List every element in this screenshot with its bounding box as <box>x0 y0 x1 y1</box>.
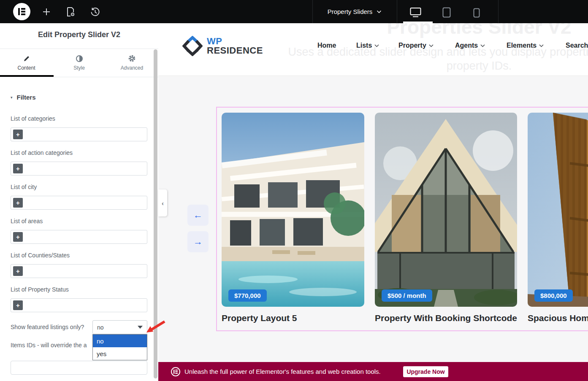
tablet-icon <box>442 7 451 18</box>
document-switcher[interactable]: Property Sliders <box>313 0 396 23</box>
nav-agents-label: Agents <box>455 42 478 49</box>
add-item-button[interactable]: + <box>13 300 23 310</box>
add-item-button[interactable]: + <box>13 232 23 242</box>
option-yes[interactable]: yes <box>93 347 147 360</box>
logo-text-residence: RESIDENCE <box>207 46 263 55</box>
panel-title: Edit Property Slider V2 <box>0 30 158 39</box>
property-title[interactable]: Property With Booking Shortcode <box>375 313 517 323</box>
property-card[interactable]: $800,000 Spacious Hom <box>528 113 588 323</box>
status-multiselect[interactable]: + <box>11 298 147 312</box>
areas-multiselect[interactable]: + <box>11 230 147 244</box>
device-mobile-button[interactable] <box>469 5 484 20</box>
featured-select[interactable]: no <box>92 320 147 334</box>
nav-lists-label: Lists <box>356 42 372 49</box>
property-photo-wood-tower: $800,000 <box>528 113 588 307</box>
history-button[interactable] <box>87 4 103 19</box>
elementor-logo-icon <box>18 8 25 15</box>
elementor-badge-icon <box>171 367 180 376</box>
slider-prev-button[interactable]: ← <box>187 205 209 226</box>
tab-style-label: Style <box>73 65 85 71</box>
property-card[interactable]: $500 / month Property With Booking Short… <box>375 113 517 323</box>
field-label-areas: List of areas <box>11 218 43 224</box>
tab-style[interactable]: Style <box>53 49 106 77</box>
style-icon <box>76 55 83 62</box>
logo-text-wp: WP <box>207 37 263 46</box>
device-tablet-button[interactable] <box>439 5 454 20</box>
elementor-e-icon <box>173 370 178 374</box>
upgrade-now-button[interactable]: Upgrade Now <box>403 366 448 377</box>
nav-search-label: Search <box>566 42 588 49</box>
wood-tower-illustration <box>528 113 588 307</box>
page-settings-icon <box>66 7 75 17</box>
device-desktop-button[interactable] <box>408 5 423 20</box>
property-title[interactable]: Property Layout 5 <box>222 313 364 323</box>
slider-next-button[interactable]: → <box>187 231 209 252</box>
option-no[interactable]: no <box>93 335 147 347</box>
a-frame-illustration <box>375 113 517 307</box>
page-preview: Properties Slider V2 Uses a dedicated sl… <box>158 23 588 381</box>
property-card[interactable]: $770,000 Property Layout 5 <box>222 113 364 323</box>
price-badge: $800,000 <box>534 289 573 302</box>
nav-agents[interactable]: Agents <box>455 42 485 49</box>
nav-home[interactable]: Home <box>317 42 336 49</box>
action-categories-multiselect[interactable]: + <box>11 162 147 176</box>
nav-lists[interactable]: Lists <box>356 42 379 49</box>
nav-search[interactable]: Search <box>566 42 588 49</box>
add-item-button[interactable]: + <box>13 266 23 276</box>
page-settings-button[interactable] <box>63 4 78 19</box>
field-label-categories: List of categories <box>11 115 55 122</box>
editor-topbar: Property Sliders <box>0 0 588 23</box>
items-ids-label: Items IDs - will override the a <box>11 342 87 349</box>
chevron-down-icon <box>377 10 382 14</box>
tab-content[interactable]: Content <box>0 49 53 77</box>
tab-advanced[interactable]: Advanced <box>106 49 158 77</box>
topbar-divider <box>498 0 499 23</box>
pencil-icon <box>23 55 30 62</box>
tab-advanced-label: Advanced <box>121 65 143 71</box>
collapse-panel-button[interactable]: ‹ <box>158 189 167 216</box>
filters-section-toggle[interactable]: ▾ Filters <box>11 94 36 101</box>
add-item-button[interactable]: + <box>13 164 23 173</box>
chevron-down-icon <box>429 44 434 47</box>
desktop-icon <box>410 7 421 18</box>
city-multiselect[interactable]: + <box>11 196 147 210</box>
upgrade-message: Unleash the full power of Elementor's fe… <box>184 368 381 375</box>
nav-elements[interactable]: Elements <box>507 42 544 49</box>
tab-content-label: Content <box>17 65 35 71</box>
topbar-divider <box>397 0 397 23</box>
nav-property[interactable]: Property <box>398 42 434 49</box>
plus-icon <box>42 7 51 16</box>
add-item-button[interactable]: + <box>13 130 23 139</box>
elementor-logo[interactable] <box>13 3 30 20</box>
section-caret-icon: ▾ <box>11 95 13 100</box>
field-label-counties: List of Counties/States <box>11 252 70 259</box>
featured-select-dropdown: no yes <box>92 334 147 360</box>
price-badge: $500 / month <box>382 289 432 302</box>
add-item-button[interactable]: + <box>13 198 23 208</box>
mobile-icon <box>473 8 480 18</box>
featured-select-value: no <box>97 324 104 331</box>
document-switcher-label: Property Sliders <box>328 8 373 15</box>
chevron-down-icon <box>539 44 544 47</box>
filters-section-label: Filters <box>17 94 36 101</box>
hero-subtitle-line2: property IDs. <box>158 59 588 73</box>
nav-home-label: Home <box>317 42 336 49</box>
categories-multiselect[interactable]: + <box>11 127 147 141</box>
device-active-indicator <box>403 22 433 23</box>
field-label-city: List of city <box>11 184 37 190</box>
property-title[interactable]: Spacious Hom <box>528 313 588 323</box>
arrow-left-icon: ← <box>193 210 203 221</box>
annotation-arrow-icon <box>145 319 166 335</box>
items-ids-input[interactable] <box>11 361 147 375</box>
wp-residence-diamond-icon <box>182 36 203 56</box>
widget-settings-panel: Edit Property Slider V2 Content Style Ad… <box>0 23 158 381</box>
site-logo[interactable]: WP RESIDENCE <box>182 36 263 56</box>
elementor-editor: Property Sliders Edit Property Sli <box>0 0 588 381</box>
add-element-button[interactable] <box>39 4 54 19</box>
chevron-down-icon <box>374 44 379 47</box>
collapse-panel-icon: ‹ <box>162 200 164 207</box>
nav-property-label: Property <box>398 42 426 49</box>
property-photo-a-frame: $500 / month <box>375 113 517 307</box>
price-badge: $770,000 <box>228 289 267 302</box>
counties-multiselect[interactable]: + <box>11 264 147 278</box>
